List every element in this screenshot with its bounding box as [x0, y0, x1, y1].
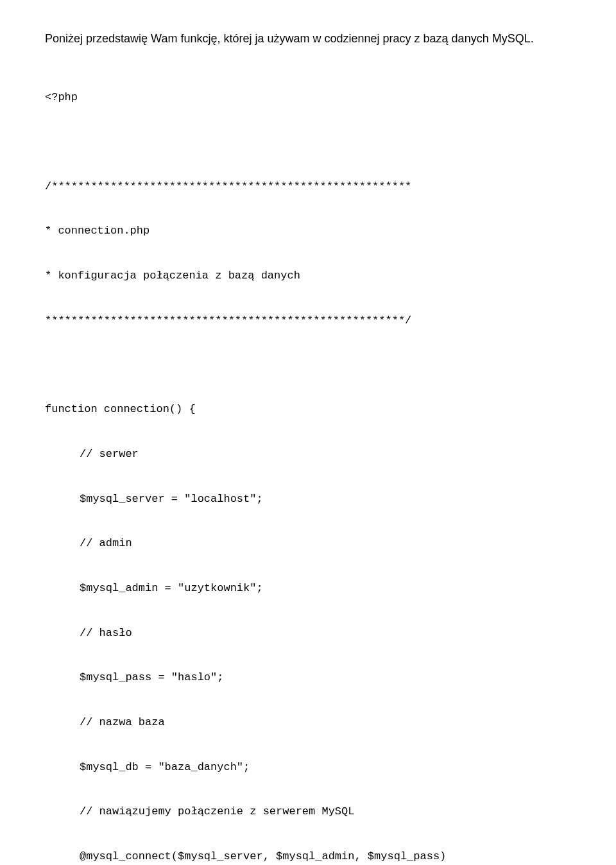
code-line: $mysql_db = "baza_danych"; — [45, 757, 571, 779]
code-line: // admin — [45, 533, 571, 555]
code-line: * konfiguracja połączenia z bazą danych — [45, 265, 571, 287]
code-line: // serwer — [45, 443, 571, 466]
code-line: // nawiązujemy połączenie z serwerem MyS… — [45, 801, 571, 823]
code-line: $mysql_admin = "uzytkownik"; — [45, 578, 571, 600]
code-line: // nazwa baza — [45, 712, 571, 734]
intro-paragraph: Poniżej przedstawię Wam funkcję, której … — [45, 31, 571, 46]
code-line: ****************************************… — [45, 310, 571, 332]
code-block: <?php /*********************************… — [45, 64, 571, 865]
code-line: // hasło — [45, 622, 571, 645]
code-line: $mysql_server = "localhost"; — [45, 488, 571, 511]
blank-line — [45, 132, 571, 153]
code-line: @mysql_connect($mysql_server, $mysql_adm… — [45, 846, 571, 865]
code-line: function connection() { — [45, 398, 571, 421]
code-line: <?php — [45, 87, 571, 109]
code-line: $mysql_pass = "haslo"; — [45, 667, 571, 689]
blank-line — [45, 354, 571, 376]
code-line: /***************************************… — [45, 176, 571, 198]
code-line: * connection.php — [45, 220, 571, 243]
